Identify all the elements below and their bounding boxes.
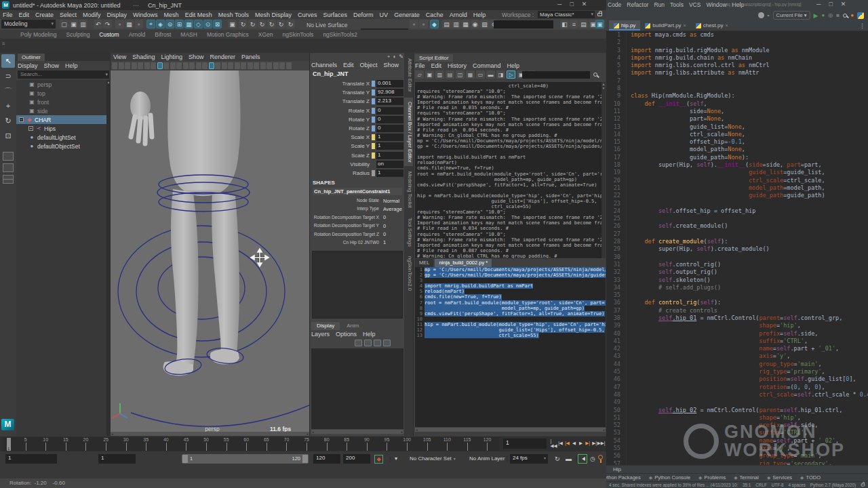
script-editor-vscrollbar[interactable]: ▲▼ <box>601 82 606 258</box>
statusline-icon[interactable]: ↻ <box>267 20 276 28</box>
maya-titlebar[interactable]: M untitled* - Autodesk Maya 2020: untitl… <box>0 0 606 10</box>
shelf-menu-icon[interactable]: ≡ <box>2 41 5 47</box>
script-toolbar-icon[interactable]: ▬ <box>486 70 495 79</box>
layer-list[interactable] <box>311 348 403 429</box>
channel-label[interactable]: Rotate Z <box>310 125 370 131</box>
statusline-icon[interactable]: ↻ <box>248 20 257 28</box>
settings-sync-icon[interactable]: ● <box>850 12 854 18</box>
menu-select[interactable]: Select <box>60 12 77 18</box>
outliner-item-side[interactable]: ▣side <box>16 106 106 115</box>
input-tab-ninja-build-0002-py-[interactable]: ninja_build_0002.py * <box>435 259 492 267</box>
anim-end-field[interactable]: 200 <box>343 454 370 464</box>
shelf-tab-ngskintools[interactable]: ngSkinTools <box>283 31 314 38</box>
layer-tab-anim[interactable]: Anim <box>341 322 364 330</box>
editor-tab-chest-py[interactable]: chest.py× <box>691 20 733 30</box>
playback-button[interactable]: ▶| <box>585 438 591 449</box>
playback-button[interactable]: |◀ <box>557 438 564 449</box>
editor-tab-hip-py[interactable]: hip.py <box>609 20 640 30</box>
menu-refactor[interactable]: Refactor <box>627 1 648 8</box>
layout-four-pane-button[interactable] <box>3 175 14 184</box>
playback-button[interactable]: ▶ <box>578 438 584 449</box>
viewport-icon[interactable] <box>189 62 195 69</box>
statusline-icon[interactable]: ◆ <box>430 20 439 28</box>
outliner-search-input[interactable]: Search... ▾ <box>18 70 109 79</box>
channel-label[interactable]: Radius <box>310 170 370 176</box>
constraint-channel-value[interactable]: Normal <box>383 198 399 204</box>
script-editor-tab[interactable]: Script Editor <box>415 54 453 62</box>
menu-help[interactable]: Help <box>65 62 78 69</box>
script-toolbar-icon[interactable]: ▤ <box>446 70 454 79</box>
menu-edit[interactable]: Edit <box>343 62 354 68</box>
run-icon[interactable]: ▶ <box>814 12 818 19</box>
minimize-icon[interactable]: ─ <box>816 1 821 9</box>
sidebar-tab-attribute-editor[interactable]: Attribute Editor <box>404 54 413 96</box>
viewport-icon[interactable] <box>183 62 189 69</box>
tool-icon[interactable]: + <box>1 99 15 113</box>
range-handle-right[interactable] <box>302 455 308 463</box>
menu-mesh-display[interactable]: Mesh Display <box>255 12 292 18</box>
close-tab-icon[interactable]: × <box>684 23 686 28</box>
manip-icon[interactable]: + <box>387 54 391 60</box>
viewport-icon[interactable] <box>228 62 233 69</box>
current-frame-marker[interactable]: 1 <box>7 438 11 451</box>
sidebar-tab-tool-settings[interactable]: Tool Settings <box>404 214 413 251</box>
constraint-channel-label[interactable]: Rotation Decomposition Target Z <box>310 232 379 237</box>
menu-file[interactable]: File <box>3 12 13 18</box>
channel-value-field[interactable]: 1 <box>376 152 403 159</box>
new-anim-layer-selected-icon[interactable] <box>383 340 391 346</box>
playback-button[interactable]: ◀ <box>571 438 577 449</box>
menu-show[interactable]: Show <box>384 62 399 68</box>
range-slider-bar[interactable]: 1 120 <box>182 454 309 464</box>
menu-vcs[interactable]: VCS <box>689 1 701 8</box>
menu-edit[interactable]: Edit <box>431 62 442 69</box>
channel-value-field[interactable]: 0 <box>376 125 403 132</box>
statusline-icon[interactable]: ⊙ <box>203 20 212 28</box>
statusline-icon[interactable]: ↻ <box>277 20 285 28</box>
constraint-channel-label[interactable]: Interp Type <box>310 206 379 211</box>
close-icon[interactable]: ✕ <box>582 1 587 9</box>
viewport-icon[interactable] <box>196 62 201 69</box>
shelf-tab-ngskintools2[interactable]: ngSkinTools2 <box>323 31 357 38</box>
new-layer-icon[interactable] <box>355 340 362 346</box>
script-toolbar-icon[interactable]: ▣ <box>425 70 434 79</box>
layer-tab-display[interactable]: Display <box>311 322 340 330</box>
channel-value-field[interactable]: 2.213 <box>376 98 403 105</box>
viewport-icon[interactable] <box>279 62 285 69</box>
run-configuration-dropdown[interactable]: Current File ▾ <box>773 11 810 20</box>
viewport-icon[interactable] <box>260 62 266 69</box>
minimize-icon[interactable]: ─ <box>557 1 561 9</box>
layout-single-button[interactable] <box>3 152 14 161</box>
script-editor-hscrollbar[interactable]: ◂▸ <box>415 428 606 432</box>
maximize-icon[interactable]: □ <box>570 1 573 9</box>
channel-value-field[interactable]: 1 <box>376 134 403 141</box>
viewport-icon[interactable] <box>132 62 137 69</box>
viewport-icon[interactable] <box>215 62 220 69</box>
menu-command[interactable]: Command <box>473 62 501 69</box>
menu-display[interactable]: Display <box>107 12 127 18</box>
statusline-icon[interactable]: ▣ <box>595 20 604 28</box>
viewport-icon[interactable] <box>176 62 182 69</box>
user-avatar-icon[interactable] <box>758 12 764 18</box>
fps-dropdown[interactable]: 24 fps▾ <box>510 454 548 464</box>
viewport-icon[interactable] <box>112 62 117 69</box>
script-toolbar-icon[interactable]: ◫ <box>456 70 465 79</box>
menu-channels[interactable]: Channels <box>311 62 337 68</box>
channel-value-field[interactable]: 0 <box>376 116 403 123</box>
sidebar-tab-ngskintools2-0[interactable]: ngSkinTools2.0 <box>404 252 413 295</box>
tool-icon[interactable]: ↖ <box>1 54 15 68</box>
menu-code[interactable]: Code <box>608 1 621 8</box>
shelf-tab-arnold[interactable]: Arnold <box>129 31 146 38</box>
indent-setting[interactable]: 4 spaces <box>789 483 806 487</box>
breadcrumb[interactable]: Hip <box>606 465 868 473</box>
channel-value-field[interactable]: 1 <box>376 142 403 150</box>
menu-lighting[interactable]: Lighting <box>161 54 182 60</box>
code-editor[interactable]: 1import maya.cmds as cmds23import nmrig.… <box>606 31 868 465</box>
statusline-icon[interactable]: ↻ <box>286 20 295 28</box>
tool-icon[interactable]: ⊡ <box>1 129 15 142</box>
menu-tools[interactable]: Tools <box>670 1 684 8</box>
constraint-channel-label[interactable]: Cn Hip 02 JNTW0 <box>310 240 379 245</box>
toolwindow-problems[interactable]: ◈Problems <box>698 474 726 481</box>
statusline-icon[interactable]: ◈ <box>156 20 165 28</box>
viewport-icon[interactable] <box>125 62 130 69</box>
interpreter[interactable]: Python 2.7 (Maya 2020) <box>810 483 856 487</box>
